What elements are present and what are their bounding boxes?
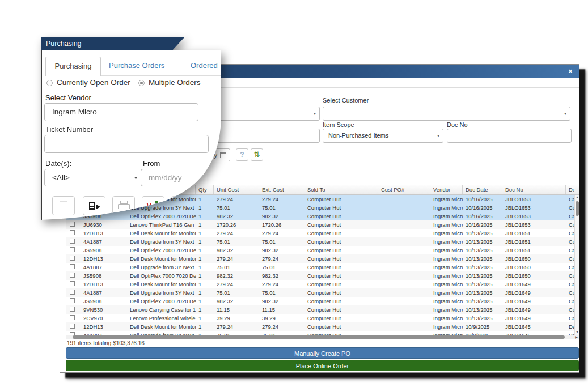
table-row[interactable]: JS5908Dell OptiPlex 7000 7020 Desktop C.… (66, 246, 579, 254)
cell-qty: 1 (196, 229, 214, 237)
cell-vendor: Ingram Micro (430, 195, 463, 203)
cell-ext_cost: 75.01 (259, 288, 304, 297)
doc-no-input[interactable] (447, 129, 572, 143)
cell-cust_po (378, 203, 430, 212)
vendor-select[interactable]: Ingram Micro (44, 103, 198, 121)
cell-desc: Dell Desk Mount for Monitor, LCD Di... (127, 229, 196, 237)
cell-desc: Dell Upgrade from 3Y Next Busines... (127, 263, 196, 271)
row-checkbox[interactable] (70, 290, 75, 295)
cell-cust_po (378, 246, 430, 254)
column-header[interactable]: Ext. Cost (259, 185, 304, 194)
table-row[interactable]: 12DH13Dell Desk Mount for Monitor, LCD D… (66, 229, 579, 237)
multiple-orders-radio[interactable] (138, 80, 145, 86)
table-row[interactable]: 2CV970Lenovo Professional Wireless Laser… (66, 314, 579, 322)
sync-icon[interactable]: ⇅ (251, 148, 263, 161)
cell-vendor: Ingram Micro (430, 246, 463, 254)
cell-cust_po (378, 229, 430, 237)
cell-doc_no: JBLO1649 (502, 305, 566, 314)
table-row[interactable]: 12DH13Dell Desk Mount for Monitor, LCD D… (66, 280, 579, 288)
tab-purchase-orders[interactable]: Purchase Orders (109, 61, 164, 70)
tab-purchasing[interactable]: Purchasing (45, 57, 101, 76)
cell-sold_to: Computer Hut (304, 322, 378, 331)
row-checkbox[interactable] (70, 324, 75, 329)
row-checkbox[interactable] (70, 230, 75, 235)
row-checkbox[interactable] (70, 315, 75, 320)
table-row[interactable]: 12DH13Dell Desk Mount for Monitor, LCD D… (66, 322, 579, 331)
export-document-icon[interactable] (83, 196, 105, 215)
row-checkbox[interactable] (70, 307, 75, 312)
dates-select[interactable]: <All> ▾ (44, 169, 143, 186)
cell-qty: 1 (196, 263, 214, 271)
cell-cust_po (378, 331, 430, 335)
column-header[interactable]: Doc Date (463, 185, 502, 194)
table-row[interactable]: 9VN530Lenovo Carrying Case for 13" to 14… (66, 305, 579, 314)
row-checkbox[interactable] (70, 222, 75, 227)
cell-sold_to: Computer Hut (304, 212, 378, 220)
table-row[interactable]: 4A1887Dell Upgrade from 3Y Next Busines.… (66, 263, 579, 271)
table-row[interactable]: 4A1887Dell Upgrade from 3Y Next Busines.… (66, 331, 579, 335)
close-icon[interactable]: × (566, 67, 575, 76)
item-scope-select[interactable]: Non-Purchased Items ▾ (323, 129, 443, 143)
cell-unit_cost: 279.24 (214, 254, 259, 263)
table-row[interactable]: 12DH13Dell Desk Mount for Monitor, LCD D… (66, 254, 579, 263)
table-row[interactable]: JS5908Dell OptiPlex 7000 7020 Desktop C.… (66, 271, 579, 280)
table-row[interactable]: 4A1887Dell Upgrade from 3Y Next Busines.… (66, 237, 579, 246)
scroll-down-icon[interactable]: ▼ (575, 330, 579, 335)
horizontal-scrollbar[interactable]: ▶ (66, 335, 579, 339)
scroll-up-icon[interactable]: ▲ (575, 195, 579, 200)
currently-open-order-radio[interactable] (46, 80, 53, 86)
cell-doc: Cor (566, 203, 574, 212)
items-total-summary: 191 items totaling $103,376.16 (67, 340, 145, 346)
column-header[interactable]: Sold To (304, 185, 378, 194)
cell-checkbox (66, 271, 81, 280)
cell-sold_to: Computer Hut (304, 203, 378, 212)
vertical-scroll-thumb[interactable] (576, 201, 579, 216)
cell-doc: Cor (566, 237, 574, 246)
row-checkbox[interactable] (70, 281, 75, 286)
cell-ext_cost: 279.24 (259, 254, 304, 263)
cell-sold_to: Computer Hut (304, 237, 378, 246)
column-header[interactable]: Qty (196, 185, 214, 194)
horizontal-scroll-thumb[interactable] (73, 335, 565, 339)
row-checkbox[interactable] (70, 256, 75, 261)
cell-cust_po (378, 305, 430, 314)
column-header[interactable]: Doc (566, 185, 574, 194)
tab-ordered[interactable]: Ordered (191, 61, 218, 70)
cell-cust_po (378, 220, 430, 229)
cell-doc_date: 10/16/2025 (463, 212, 502, 220)
table-row[interactable]: JS5908Dell OptiPlex 7000 7020 Desktop C.… (66, 297, 579, 305)
select-box-icon[interactable] (52, 196, 75, 215)
scroll-right-icon[interactable]: ▶ (574, 335, 579, 339)
row-checkbox[interactable] (70, 247, 75, 252)
customer-select[interactable]: ▾ (323, 107, 570, 121)
cell-code: 9VN530 (81, 305, 127, 314)
cell-unit_cost: 75.01 (214, 263, 259, 271)
calendar-icon[interactable] (220, 152, 226, 158)
cell-cust_po (378, 297, 430, 305)
ticket-number-input[interactable] (44, 135, 209, 153)
cell-vendor: Ingram Micro (430, 331, 463, 335)
table-row[interactable]: JU6930Lenovo ThinkPad T16 Gen 3 21MN...1… (66, 220, 579, 229)
table-row[interactable]: 4A1887Dell Upgrade from 3Y Next Busines.… (66, 288, 579, 297)
select-customer-label: Select Customer (323, 97, 369, 104)
manually-create-po-button[interactable]: Manually Create PO (66, 347, 579, 359)
vertical-scrollbar[interactable]: ▲ ▼ (574, 195, 579, 335)
cell-sold_to: Computer Hut (304, 288, 378, 297)
cell-vendor: Ingram Micro (430, 237, 463, 246)
help-button[interactable]: ? (236, 148, 248, 161)
column-header[interactable]: Cust PO# (378, 185, 430, 194)
place-online-order-button[interactable]: Place Online Order (66, 360, 579, 371)
table-row[interactable]: JS5908Dell OptiPlex 7000 7020 Desktop C.… (66, 212, 579, 220)
cell-sold_to: Computer Hut (304, 195, 378, 203)
column-header[interactable]: Unit Cost (214, 185, 259, 194)
row-checkbox[interactable] (70, 239, 75, 244)
column-header[interactable]: Doc No (502, 185, 566, 194)
cell-doc: Cor (566, 271, 574, 280)
row-checkbox[interactable] (70, 273, 75, 278)
cell-unit_cost: 982.32 (214, 246, 259, 254)
column-header[interactable]: Vendor (430, 185, 463, 194)
row-checkbox[interactable] (70, 298, 75, 303)
row-checkbox[interactable] (70, 264, 75, 269)
cell-doc: Des (566, 331, 574, 335)
chevron-down-icon: ▾ (437, 129, 439, 142)
